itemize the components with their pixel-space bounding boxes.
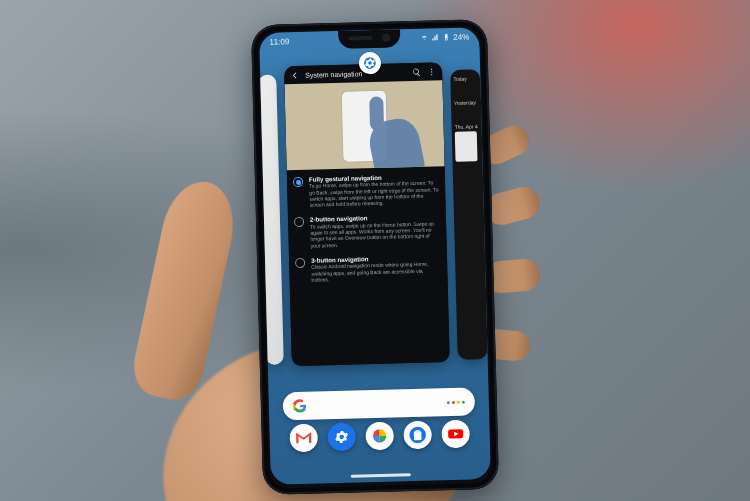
app-photos[interactable] xyxy=(365,422,394,451)
right-thumbnail xyxy=(455,131,478,162)
opt-desc: Classic Android navigation mode where go… xyxy=(311,261,441,283)
search-bar[interactable] xyxy=(283,387,476,420)
svg-point-2 xyxy=(431,71,432,72)
svg-rect-6 xyxy=(414,431,422,440)
gesture-illustration xyxy=(284,80,444,170)
phone-screen: 11:09 24% xyxy=(259,27,491,485)
opt-2-button[interactable]: 2-button navigation To switch apps, swip… xyxy=(294,213,441,249)
battery-icon xyxy=(442,33,450,41)
gear-icon xyxy=(363,56,377,70)
assistant-icon[interactable] xyxy=(447,400,465,403)
status-time: 11:09 xyxy=(269,37,289,47)
app-youtube[interactable] xyxy=(441,420,470,449)
svg-point-3 xyxy=(431,73,432,74)
search-icon[interactable] xyxy=(412,67,421,76)
scene-photo: 11:09 24% xyxy=(0,0,750,501)
back-arrow-icon[interactable] xyxy=(290,70,299,79)
display-notch xyxy=(338,29,400,49)
radio-unselected-icon[interactable] xyxy=(295,258,305,268)
google-g-icon xyxy=(293,399,307,413)
phone-frame: 11:09 24% xyxy=(251,19,499,495)
app-files[interactable] xyxy=(403,421,432,450)
recents-carousel[interactable]: System navigation Fully gestural navigat… xyxy=(260,61,488,377)
overflow-icon[interactable] xyxy=(427,67,436,76)
wifi-icon xyxy=(420,34,428,42)
dock xyxy=(269,419,490,465)
opt-desc: To go Home, swipe up from the bottom of … xyxy=(309,180,440,208)
opt-3-button[interactable]: 3-button navigation Classic Android navi… xyxy=(295,253,442,283)
settings-header-title: System navigation xyxy=(305,69,406,79)
opt-fully-gestural[interactable]: Fully gestural navigation To go Home, sw… xyxy=(293,172,440,208)
svg-point-1 xyxy=(431,68,432,69)
right-label: Thu, Apr 4 xyxy=(455,123,478,130)
status-battery-text: 24% xyxy=(453,32,469,41)
radio-unselected-icon[interactable] xyxy=(294,217,304,227)
app-settings[interactable] xyxy=(327,423,356,452)
opt-desc: To switch apps, swipe up on the Home but… xyxy=(310,220,441,248)
recents-card-prev[interactable] xyxy=(259,75,284,365)
svg-rect-7 xyxy=(415,430,420,432)
right-label: Yesterday xyxy=(454,99,478,106)
radio-selected-icon[interactable] xyxy=(293,177,303,187)
right-label: Today xyxy=(453,75,477,82)
signal-icon xyxy=(431,33,439,41)
recents-card-next[interactable]: Today Yesterday Thu, Apr 4 xyxy=(450,69,488,360)
nav-options-list: Fully gestural navigation To go Home, sw… xyxy=(287,166,450,366)
app-gmail[interactable] xyxy=(289,424,318,453)
recents-card-settings[interactable]: System navigation Fully gestural navigat… xyxy=(284,62,450,366)
